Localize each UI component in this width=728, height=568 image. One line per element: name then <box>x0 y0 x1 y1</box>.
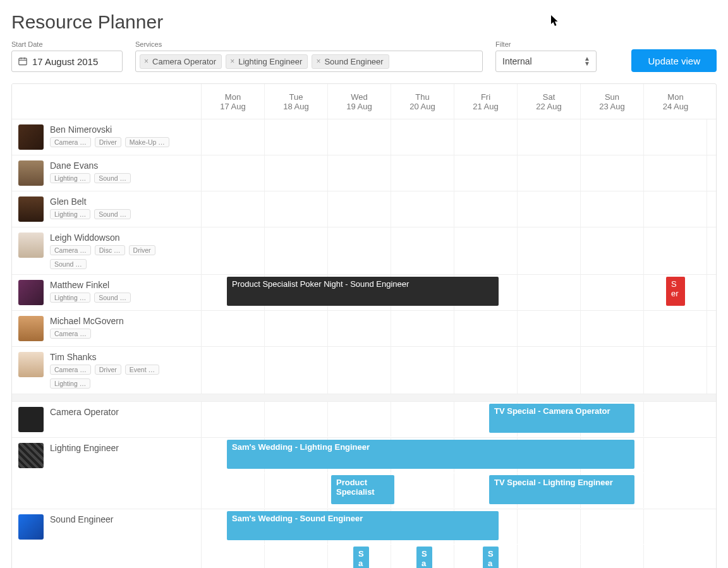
service-row: Lighting EngineerSam's Wedding - Lightin… <box>12 438 716 509</box>
service-icon <box>18 514 44 540</box>
service-row: Camera OperatorTV Special - Camera Opera… <box>12 402 716 438</box>
skill-tag: Disc … <box>95 245 125 255</box>
update-view-button[interactable]: Update view <box>631 49 717 72</box>
start-date-value: 17 August 2015 <box>32 56 98 67</box>
skill-tag: Lighting … <box>50 173 90 183</box>
day-header: Fri21 Aug <box>454 84 518 119</box>
resource-row: Matthew FinkelLighting …Sound …Product S… <box>12 275 716 311</box>
service-name: Sound Engineer <box>50 514 113 524</box>
avatar <box>18 196 44 222</box>
skill-tag: Camera … <box>50 245 91 255</box>
person-name: Leigh Widdowson <box>50 233 195 243</box>
skill-tag: Driver <box>95 137 121 147</box>
page-title: Resource Planner <box>11 11 717 33</box>
service-icon <box>18 443 44 468</box>
day-header: Wed19 Aug <box>328 84 391 119</box>
chip-remove-icon[interactable]: × <box>316 57 320 66</box>
skill-tag: Driver <box>95 365 121 375</box>
calendar-icon <box>18 57 27 66</box>
person-name: Dane Evans <box>50 160 131 171</box>
skill-tag: Sound … <box>94 173 131 183</box>
day-header: Mon17 Aug <box>202 84 265 119</box>
skill-tag: Sound … <box>94 209 131 219</box>
timeline-event[interactable]: S a <box>353 547 369 568</box>
resource-row: Tim ShanksCamera …DriverEvent …Lighting … <box>12 347 716 394</box>
mouse-cursor-icon <box>551 15 560 27</box>
avatar <box>18 316 44 341</box>
person-name: Matthew Finkel <box>50 280 131 290</box>
avatar <box>18 160 44 186</box>
filter-select[interactable]: Internal <box>495 51 597 72</box>
service-name: Camera Operator <box>50 407 119 417</box>
timeline-event[interactable]: S a <box>483 547 499 568</box>
resource-row: Ben NimerovskiCamera …DriverMake-Up … <box>12 119 716 155</box>
resource-row: Glen BeltLighting …Sound … <box>12 191 716 227</box>
svg-rect-0 <box>19 58 27 65</box>
service-row: Sound EngineerSam's Wedding - Sound Engi… <box>12 509 716 568</box>
timeline-event[interactable]: TV Special - Camera Operator <box>489 404 634 433</box>
skill-tag: Lighting … <box>50 293 90 303</box>
timeline-event[interactable]: Sam's Wedding - Lighting Engineer <box>227 440 634 469</box>
filter-bar: Start Date 17 August 2015 Services ×Came… <box>11 40 717 72</box>
chip-label: Sound Engineer <box>324 57 383 66</box>
skill-tag: Driver <box>129 245 155 255</box>
avatar <box>18 352 44 377</box>
start-date-input[interactable]: 17 August 2015 <box>11 51 123 72</box>
chip-label: Lighting Engineer <box>238 57 302 66</box>
day-header: Thu20 Aug <box>391 84 454 119</box>
timeline-event[interactable]: Sam's Wedding - Sound Engineer <box>227 511 499 540</box>
section-separator <box>12 394 716 402</box>
filter-label: Filter <box>495 40 597 48</box>
resource-row: Michael McGovernCamera … <box>12 311 716 347</box>
skill-tag: Lighting … <box>50 378 90 389</box>
timeline-event[interactable]: Product Specialist <box>331 475 394 504</box>
day-header: Sat22 Aug <box>518 84 581 119</box>
service-icon <box>18 407 44 432</box>
planner-grid: Mon17 AugTue18 AugWed19 AugThu20 AugFri2… <box>11 83 717 568</box>
service-chip[interactable]: ×Camera Operator <box>140 54 222 69</box>
timeline-event[interactable]: S a <box>416 547 432 568</box>
person-name: Tim Shanks <box>50 352 195 362</box>
timeline-event[interactable]: S er <box>666 277 685 306</box>
chip-remove-icon[interactable]: × <box>144 57 149 66</box>
timeline-event[interactable]: TV Special - Lighting Engineer <box>489 475 634 504</box>
skill-tag: Camera … <box>50 365 91 375</box>
skill-tag: Camera … <box>50 137 91 147</box>
service-name: Lighting Engineer <box>50 443 119 453</box>
start-date-label: Start Date <box>11 40 123 48</box>
avatar <box>18 280 44 305</box>
person-name: Ben Nimerovski <box>50 124 169 135</box>
service-chip[interactable]: ×Lighting Engineer <box>226 54 308 69</box>
skill-tag: Event … <box>125 365 159 375</box>
avatar <box>18 124 44 150</box>
person-name: Michael McGovern <box>50 316 124 326</box>
resource-row: Dane EvansLighting …Sound … <box>12 155 716 191</box>
skill-tag: Camera … <box>50 329 91 339</box>
resource-row: Leigh WiddowsonCamera …Disc …DriverSound… <box>12 227 716 275</box>
day-header: Tue18 Aug <box>265 84 328 119</box>
service-chip[interactable]: ×Sound Engineer <box>312 54 389 69</box>
chip-label: Camera Operator <box>152 57 216 66</box>
header-row: Mon17 AugTue18 AugWed19 AugThu20 AugFri2… <box>12 84 716 119</box>
day-header: Mon24 Aug <box>644 84 707 119</box>
chip-remove-icon[interactable]: × <box>230 57 234 66</box>
services-multiselect[interactable]: ×Camera Operator×Lighting Engineer×Sound… <box>135 51 483 72</box>
timeline-event[interactable]: Product Specialist Poker Night - Sound E… <box>227 277 499 306</box>
skill-tag: Make-Up … <box>125 137 169 147</box>
day-header: Sun23 Aug <box>581 84 644 119</box>
skill-tag: Lighting … <box>50 209 90 219</box>
skill-tag: Sound … <box>50 259 87 269</box>
skill-tag: Sound … <box>94 293 131 303</box>
services-label: Services <box>135 40 483 48</box>
avatar <box>18 233 44 258</box>
person-name: Glen Belt <box>50 196 131 207</box>
